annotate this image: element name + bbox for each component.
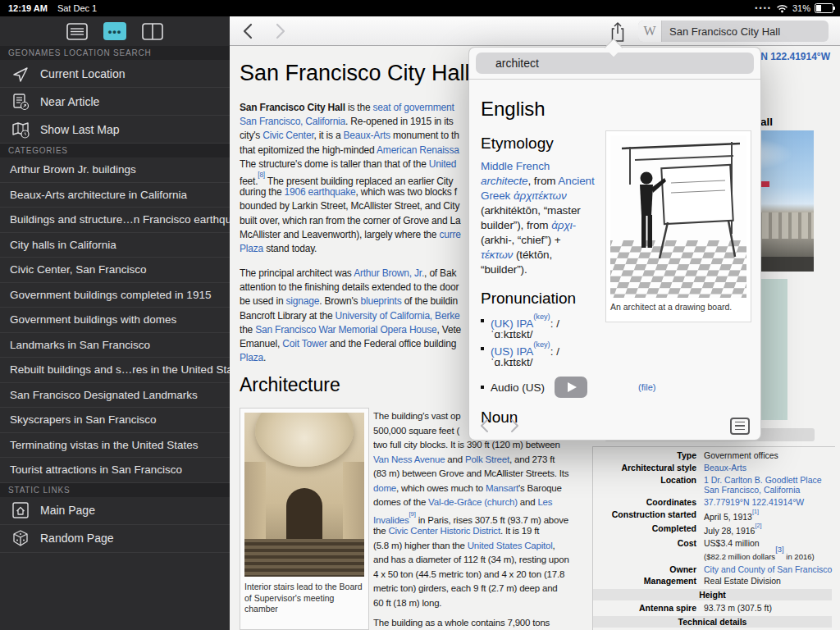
text-link[interactable]: United <box>429 158 457 170</box>
more-options-icon[interactable]: ••• <box>103 22 126 40</box>
text-link[interactable]: City and County of San Francisco <box>704 564 832 574</box>
sidebar-category-item[interactable]: Terminating vistas in the United States <box>0 433 230 459</box>
sidebar-item-current-location[interactable]: Current Location <box>0 60 230 88</box>
text-link[interactable]: 37.77919°N 122.41914°W <box>704 497 804 507</box>
list-view-icon[interactable] <box>66 22 89 40</box>
sidebar-category-item[interactable]: City halls in California <box>0 233 230 258</box>
split-view-icon[interactable] <box>141 22 164 40</box>
text-link[interactable]: Beaux-Arts <box>704 463 746 472</box>
audio-file-link[interactable]: (file) <box>638 382 655 392</box>
text-link[interactable]: 1 Dr. Carlton B. Goodlett Place <box>704 475 822 485</box>
text-line: Beaux-Arts <box>704 463 835 473</box>
text-link[interactable]: Plaza <box>240 243 263 254</box>
dictionary-search-field[interactable]: architect <box>476 52 754 74</box>
text-link[interactable]: Coit Tower <box>282 338 326 349</box>
popover-forward-button[interactable] <box>510 418 519 433</box>
sidebar-category-item[interactable]: Rebuilt buildings and s…res in the Unite… <box>0 358 230 383</box>
sidebar-category-item[interactable]: San Francisco Designated Landmarks <box>0 383 230 409</box>
text-link[interactable]: Beaux-Arts <box>344 130 390 141</box>
text-link[interactable]: curre <box>439 229 460 240</box>
text-link[interactable]: San Francisco War Memorial Opera House <box>255 324 436 336</box>
sidebar-item-near-article[interactable]: Near Article <box>0 88 230 116</box>
audio-play-button[interactable] <box>555 377 587 398</box>
audio-row: Audio (US) (file) <box>481 377 760 398</box>
sidebar-category-item[interactable]: Beaux-Arts architecture in California <box>0 183 230 208</box>
text-span: 500,000 square feet ( <box>373 426 459 436</box>
sidebar-item-show-last-map[interactable]: Show Last Map <box>0 116 230 144</box>
text-line: Plaza stand today. <box>240 242 471 256</box>
text-link[interactable]: Mansart <box>486 483 518 493</box>
text-link[interactable]: Van Ness Avenue <box>373 454 445 464</box>
text-link[interactable]: [3] <box>775 545 784 554</box>
text-span: , <box>553 541 555 550</box>
text-link[interactable]: Invalides <box>373 514 409 524</box>
infobox-row-value: 1 Dr. Carlton B. Goodlett PlaceSan Franc… <box>704 475 835 496</box>
share-button[interactable] <box>605 21 630 43</box>
text-link[interactable]: ἀρχιτέκτων <box>514 189 567 202</box>
sidebar-category-item[interactable]: Skyscrapers in San Francisco <box>0 408 230 433</box>
text-link[interactable]: San Francisco, California <box>240 116 345 127</box>
text-link[interactable]: Ancient <box>558 175 594 187</box>
text-link[interactable]: Civic Center Historic District <box>388 526 500 536</box>
text-link[interactable]: [1] <box>752 509 759 515</box>
text-link[interactable]: Middle French <box>481 160 550 172</box>
sidebar-category-item[interactable]: Landmarks in San Francisco <box>0 333 230 358</box>
text-link[interactable]: University of California, Berke <box>336 310 460 322</box>
sidebar-category-item[interactable]: Arthur Brown Jr. buildings <box>0 158 230 183</box>
infobox-row-label: Management <box>593 576 704 587</box>
text-link[interactable]: [2] <box>755 523 761 529</box>
text-link[interactable]: blueprints <box>360 295 401 307</box>
article-figure[interactable]: Interior stairs lead to the Board of Sup… <box>240 408 369 630</box>
architect-image-card[interactable]: An architect at a drawing board. <box>605 130 751 322</box>
text-link[interactable]: dome <box>373 483 396 493</box>
text-link[interactable]: Civic Center <box>262 130 313 141</box>
forward-button[interactable] <box>276 23 285 39</box>
wikipedia-search-field[interactable]: W San Francisco City Hall <box>638 21 829 42</box>
sidebar-category-item[interactable]: Government buildings with domes <box>0 308 230 333</box>
text-link[interactable]: architecte <box>481 175 528 187</box>
text-link[interactable]: [9] <box>409 510 416 518</box>
text-link[interactable]: (key) <box>533 340 550 349</box>
text-link[interactable]: Val-de-Grâce (church) <box>428 497 518 507</box>
text-link[interactable]: seat of government <box>373 102 454 113</box>
text-span: Bancroft Library at the <box>240 310 336 322</box>
text-link[interactable]: τέκτων <box>481 249 513 261</box>
infobox-row-value: 93.73 m (307.5 ft) <box>704 603 835 614</box>
text-link[interactable]: United States Capitol <box>468 541 553 550</box>
sidebar-category-item[interactable]: Civic Center, San Francisco <box>0 258 230 283</box>
sidebar-item-random-page[interactable]: Random Page <box>0 525 230 553</box>
text-span: 60 ft (18 m) long. <box>373 598 441 608</box>
text-line: city's Civic Center, it is a Beaux-Arts … <box>240 129 471 143</box>
text-line: dome, which owes much to Mansart's Baroq… <box>373 482 593 496</box>
text-link[interactable]: ἀρχι- <box>551 219 576 231</box>
text-link[interactable]: San Francisco, California <box>704 485 800 495</box>
sidebar-item-main-page[interactable]: Main Page <box>0 497 230 525</box>
text-span: , and 273 ft <box>509 454 555 464</box>
sidebar-category-item[interactable]: Buildings and structure…n Francisco eart… <box>0 208 230 233</box>
infobox-row-label[interactable]: Coordinates <box>593 497 704 508</box>
text-link[interactable]: [8] <box>258 171 264 179</box>
infobox-row-value: 37.77919°N 122.41914°W <box>704 497 835 508</box>
text-link[interactable]: Arthur Brown, Jr. <box>354 267 424 279</box>
table-of-contents-icon[interactable] <box>730 418 750 435</box>
text-link[interactable]: 1906 earthquake <box>285 186 356 198</box>
text-link[interactable]: American Renaissa <box>377 144 459 156</box>
infobox-row: OwnerCity and County of San Francisco <box>593 564 835 576</box>
popover-back-button[interactable] <box>480 418 489 433</box>
text-link[interactable]: Polk Street <box>465 454 509 464</box>
sidebar-category-item[interactable]: Tourist attractions in San Francisco <box>0 458 230 483</box>
pron-us-ipa: ˈɑ.kɪtɛkt/ <box>491 355 760 369</box>
sidebar-item-label: Main Page <box>40 504 95 517</box>
text-link[interactable]: signage <box>286 295 320 307</box>
text-link[interactable]: Plaza <box>240 352 263 363</box>
infobox-section-header: Technical details <box>593 616 832 628</box>
text-line: that epitomized the high-minded American… <box>240 144 471 158</box>
text-link[interactable]: Greek <box>481 189 510 202</box>
back-button[interactable] <box>243 23 253 39</box>
language-heading: English <box>481 98 760 121</box>
text-line: be used in signage. Brown's blueprints o… <box>240 294 471 308</box>
text-link[interactable]: (key) <box>533 313 550 321</box>
sidebar-category-item[interactable]: Government buildings completed in 1915 <box>0 283 230 308</box>
architect-image-caption: An architect at a drawing board. <box>610 302 746 312</box>
text-link[interactable]: Les <box>537 497 552 507</box>
